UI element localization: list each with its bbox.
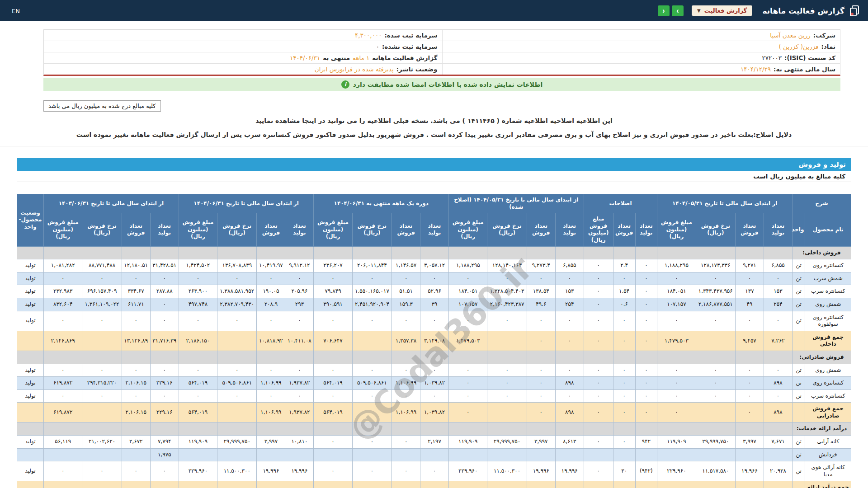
report-type-dropdown[interactable]: گزارش فعالیت ▼ xyxy=(692,5,752,16)
value-cell: ۱,۴۷۹,۵۰۳ xyxy=(449,331,487,351)
value-cell: ۰ xyxy=(487,389,527,403)
value-cell: ۳۴۹,۸۶۹ xyxy=(657,481,696,488)
value-cell: ۱۰۷,۱۵۷ xyxy=(449,298,487,311)
company-cell: شرکت: زرین معدن آسیا xyxy=(442,30,840,41)
value-cell xyxy=(764,246,792,259)
value-cell: ۰ xyxy=(122,461,150,481)
value-cell: ۰ xyxy=(696,272,735,285)
value-cell xyxy=(217,331,257,351)
unregistered-capital-cell: سرمایه ثبت نشده: ۰ xyxy=(44,41,442,52)
value-cell: ۹,۲۷۳.۴ xyxy=(527,259,555,272)
value-cell: ۰ xyxy=(82,389,122,403)
value-cell: ۳۳۴.۶۷ xyxy=(122,285,150,298)
language-toggle[interactable]: EN xyxy=(12,8,20,14)
amounts-note-wrap: کلیه مبالغ درج شده به میلیون ریال می باش… xyxy=(43,96,840,112)
value-cell xyxy=(122,448,150,461)
product-name-cell: شمش روی xyxy=(805,364,851,377)
divider xyxy=(0,146,868,146)
value-cell: ۲,۶۷۲ xyxy=(122,436,150,449)
value-cell: ۱۹,۹۹۶ xyxy=(527,461,555,481)
value-cell: ۳۹۰,۵۹۱ xyxy=(314,298,352,311)
value-cell xyxy=(487,403,527,422)
table-row: کنسانتره رویتن۸۹۸۰۰۰۰۰۰۸۹۸۰۰۰۱,۰۳۹.۸۲۱,۱… xyxy=(17,377,851,390)
value-cell: ۱۹۰.۰۵ xyxy=(257,285,285,298)
value-cell: ۰ xyxy=(657,311,696,331)
info-row: سال مالی منتهی به: ۱۴۰۴/۱۲/۲۹ وضعیت ناشر… xyxy=(44,64,840,75)
value-cell: ۱,۳۴۳,۴۳۷,۹۵۶ xyxy=(696,285,735,298)
value-cell: ۰ xyxy=(179,364,217,377)
status-cell: تولید xyxy=(17,259,44,272)
section-row: فروش داخلی: xyxy=(17,246,851,259)
amendment-reason: دلایل اصلاح:بعلت تاخیر در صدور قبوض انرژ… xyxy=(0,130,868,140)
value-cell xyxy=(584,422,613,436)
table-row: کانه آرائی هوی مدیاتن۲۰,۹۳۸۱۹,۹۶۶۱۱,۵۱۷,… xyxy=(17,461,851,481)
value-cell: ۲۳۲,۹۸۳ xyxy=(44,285,82,298)
value-cell: ۰ xyxy=(527,272,555,285)
value-cell: ۱,۱۰۶.۹۹ xyxy=(257,403,285,422)
unit-cell xyxy=(792,481,805,488)
value-cell xyxy=(352,331,392,351)
value-cell: ۰ xyxy=(150,272,179,285)
value-cell: ۰ xyxy=(736,377,764,390)
value-cell: ۰ xyxy=(555,272,584,285)
value-cell: ۱,۵۵۰,۱۶۵,۰۱۷ xyxy=(352,285,392,298)
value-cell: ۰ xyxy=(150,389,179,403)
value-cell: ۳,۹۹۷ xyxy=(527,436,555,449)
value-cell xyxy=(487,351,527,364)
value-cell: ۰ xyxy=(392,436,420,449)
value-cell: ۲۰۶,۰۱۱,۸۴۴ xyxy=(352,259,392,272)
value-cell: ۰ xyxy=(764,272,792,285)
value-cell: ۰ xyxy=(449,389,487,403)
amounts-note: کلیه مبالغ درج شده به میلیون ریال می باش… xyxy=(43,100,161,112)
unit-cell xyxy=(792,403,805,422)
value-cell xyxy=(696,448,735,461)
header-period-group: از ابتدای سال مالی تا تاریخ ۱۴۰۳/۰۶/۳۱ xyxy=(44,194,179,213)
value-cell: ۰ xyxy=(257,364,285,377)
header-measure: نرخ فروش (ریال) xyxy=(696,213,735,246)
value-cell xyxy=(696,403,735,422)
unit-cell: تن xyxy=(792,364,805,377)
value-cell: ۰ xyxy=(352,311,392,331)
value-cell: ۰ xyxy=(527,311,555,331)
value-cell: ۰ xyxy=(584,403,613,422)
value-cell: ۰ xyxy=(635,259,657,272)
value-cell: ۰ xyxy=(584,331,613,351)
header-period-group: دوره یک ماهه منتهی به ۱۴۰۴/۰۶/۳۱ xyxy=(314,194,449,213)
value-cell: ۰ xyxy=(555,481,584,488)
header-measure: نرخ فروش (ریال) xyxy=(487,213,527,246)
production-sales-title-bar: تولید و فروش xyxy=(17,158,851,171)
value-cell: ۰ xyxy=(635,311,657,331)
value-cell: ۱۹,۹۹۶ xyxy=(257,461,285,481)
value-cell: ۲,۱۸۶,۱۵۰ xyxy=(179,331,217,351)
value-cell xyxy=(217,448,257,461)
value-cell: ۰ xyxy=(613,311,635,331)
value-cell: ۲,۱۶۰,۴۲۳,۳۸۷ xyxy=(487,298,527,311)
value-cell xyxy=(352,481,392,488)
value-cell xyxy=(82,448,122,461)
next-report-button[interactable]: › xyxy=(672,5,684,16)
value-cell: ۰ xyxy=(635,272,657,285)
value-cell: ۱,۳۶۱,۱۰۹,۰۲۲ xyxy=(82,298,122,311)
value-cell: ۶,۸۵۵ xyxy=(764,259,792,272)
value-cell: ۰ xyxy=(764,389,792,403)
value-cell xyxy=(635,246,657,259)
company-name-link[interactable]: زرین معدن آسیا xyxy=(770,32,811,39)
symbol-link[interactable]: فزرین( کزرین ) xyxy=(778,43,818,50)
status-cell xyxy=(17,351,44,364)
unregistered-capital-label: سرمایه ثبت نشده: xyxy=(382,43,438,50)
value-cell xyxy=(314,246,352,259)
value-cell: ۱۲۸,۱۴۰,۱۶۴ xyxy=(487,259,527,272)
table-row: کنسانتره رویتن۶,۸۵۵۹,۲۷۱۱۲۸,۱۷۳,۳۳۶۱,۱۸۸… xyxy=(17,259,851,272)
prev-report-button[interactable]: ‹ xyxy=(658,5,670,16)
report-icon xyxy=(850,5,860,16)
value-cell: ۰ xyxy=(613,364,635,377)
value-cell: ۱۸۴,۰۵۱ xyxy=(657,285,696,298)
value-cell: ۰ xyxy=(613,272,635,285)
product-name-cell: خردایش xyxy=(805,448,851,461)
value-cell: ۱,۴۷۹,۵۰۳ xyxy=(657,331,696,351)
value-cell xyxy=(555,422,584,436)
header-measure: مبلغ فروش (میلیون ریال) xyxy=(657,213,696,246)
value-cell: ۰ xyxy=(635,481,657,488)
product-name-cell: کانه آرایی xyxy=(805,436,851,449)
value-cell: ۱۱,۵۰۰,۳۰۰ xyxy=(217,461,257,481)
